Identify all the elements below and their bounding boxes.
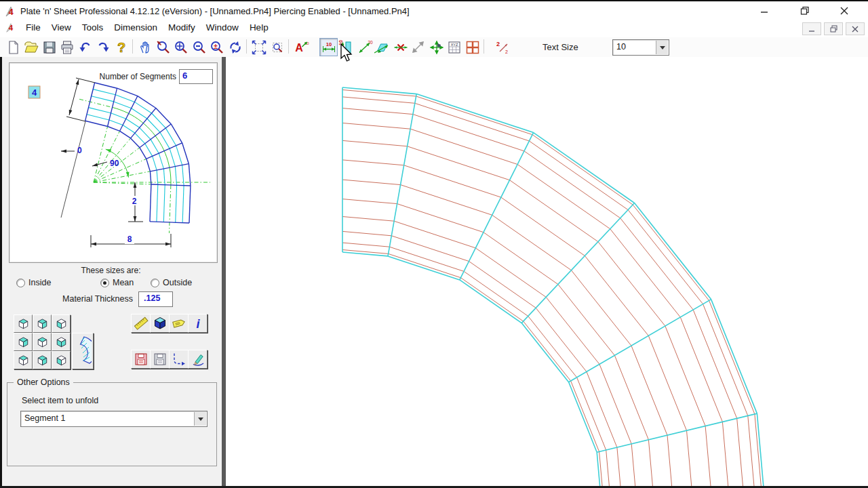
size-option-label-outside: Outside: [163, 278, 192, 287]
coordinates-table-button[interactable]: XYZ: [446, 38, 464, 56]
zoom-selected-button[interactable]: [268, 38, 286, 56]
elbow-shape-button[interactable]: [72, 333, 94, 369]
undo-button[interactable]: [76, 38, 94, 56]
drawing-canvas[interactable]: [226, 57, 868, 486]
dim-run-value[interactable]: 8: [127, 235, 132, 244]
unfold-item-label: Select item to unfold: [22, 396, 98, 405]
mdi-minimize-button[interactable]: [802, 22, 821, 35]
elbow-preview-drawing: 409028: [9, 63, 216, 261]
app-icon: 4: [5, 5, 17, 18]
print-icon: [59, 39, 75, 56]
zoom-previous-button[interactable]: [226, 38, 244, 56]
dimension-diagonal-button[interactable]: 20: [355, 38, 374, 56]
zoom-extents-button[interactable]: [250, 38, 269, 56]
dimension-vertical-button[interactable]: 10: [338, 38, 356, 56]
new-file-icon: [5, 39, 22, 56]
dim-height-value[interactable]: 4: [32, 87, 37, 98]
dim-angle-value[interactable]: 90: [110, 159, 119, 168]
svg-text:XYZ: XYZ: [451, 42, 458, 46]
solid-view-button[interactable]: [150, 314, 170, 333]
pan-button[interactable]: [136, 38, 155, 56]
path-corner-icon: [171, 351, 187, 367]
view-iso-3-button[interactable]: [52, 314, 71, 333]
menu-item-file[interactable]: File: [20, 19, 46, 33]
material-thickness-label: Material Thickness: [34, 294, 133, 304]
size-option-radio-inside[interactable]: [16, 279, 25, 287]
dimension-point-button[interactable]: [391, 38, 410, 56]
info-button[interactable]: i: [188, 314, 208, 333]
zoom-window-icon: [155, 39, 172, 56]
zoom-scale-button[interactable]: ±: [208, 38, 226, 56]
size-option-radio-mean[interactable]: [100, 279, 109, 287]
menu-item-tools[interactable]: Tools: [77, 19, 109, 33]
zoom-window-button[interactable]: [154, 38, 172, 56]
text-size-dropdown-button[interactable]: [656, 41, 668, 54]
dimension-horizontal-icon: 10: [321, 39, 337, 56]
zoom-selected-icon: [269, 39, 285, 56]
redo-button[interactable]: [94, 38, 113, 56]
dimension-angle-button[interactable]: 22: [494, 38, 513, 56]
export-red-button[interactable]: [131, 350, 151, 369]
svg-text:?: ?: [117, 40, 125, 55]
view-iso-7-button[interactable]: [14, 351, 33, 369]
material-thickness-input[interactable]: .125: [138, 291, 173, 307]
svg-text:4: 4: [9, 24, 14, 32]
label-tag-button[interactable]: [169, 314, 189, 333]
save-file-button[interactable]: [40, 38, 58, 56]
mdi-restore-button[interactable]: [824, 22, 843, 35]
view-iso-8-button[interactable]: [33, 351, 52, 369]
menu-item-modify[interactable]: Modify: [163, 19, 201, 33]
text-size-label: Text Size: [542, 42, 578, 52]
text-size-combobox[interactable]: 10: [612, 39, 669, 56]
edit-pencil-icon: [190, 351, 206, 367]
menu-item-view[interactable]: View: [46, 19, 77, 33]
dimension-free-button[interactable]: [410, 38, 428, 56]
dimension-parallel-button[interactable]: [374, 38, 392, 56]
view-iso-9-button[interactable]: [52, 351, 71, 369]
view-iso-1-button[interactable]: [14, 314, 33, 333]
zoom-extents-icon: [251, 39, 267, 56]
open-file-button[interactable]: [22, 38, 41, 56]
zoom-out-button[interactable]: [190, 38, 208, 56]
mdi-close-button[interactable]: [846, 22, 865, 35]
view-iso-5-button[interactable]: [33, 333, 52, 351]
redo-icon: [95, 39, 111, 56]
dimension-angle-icon: 22: [495, 39, 511, 56]
view-iso-4-button[interactable]: [14, 333, 33, 351]
segments-input[interactable]: 6: [179, 69, 213, 84]
unfold-item-combobox[interactable]: Segment 1: [20, 411, 208, 427]
edit-pencil-button[interactable]: [188, 350, 208, 369]
dimension-text-button[interactable]: A20: [292, 38, 311, 56]
viewport-grid-button[interactable]: [463, 38, 481, 56]
minimize-button[interactable]: [753, 4, 776, 18]
measure-ruler-button[interactable]: [131, 314, 151, 333]
undo-icon: [77, 39, 94, 56]
size-option-radio-outside[interactable]: [151, 279, 159, 287]
dimension-move-button[interactable]: [427, 38, 446, 56]
unfold-dropdown-button[interactable]: [194, 412, 206, 426]
toolbar: Text Size 10 ?±A20101020XYZ22: [0, 37, 868, 58]
toolbar-separator: [132, 39, 133, 54]
menu-item-help[interactable]: Help: [244, 19, 274, 33]
print-button[interactable]: [58, 38, 77, 56]
export-gray-button[interactable]: [150, 350, 170, 369]
preview-elbow: [79, 83, 210, 233]
dim-offset-value[interactable]: 0: [77, 146, 82, 155]
view-iso-6-button[interactable]: [52, 333, 71, 351]
menu-item-window[interactable]: Window: [201, 19, 244, 33]
menu-item-dimension[interactable]: Dimension: [108, 19, 163, 33]
dimension-vertical-icon: 10: [338, 39, 355, 56]
zoom-previous-icon: [227, 39, 243, 56]
export-gray-icon: [152, 351, 168, 367]
zoom-scale-icon: ±: [209, 39, 225, 56]
sizes-are-label: These sizes are:: [0, 266, 222, 275]
zoom-all-button[interactable]: [172, 38, 191, 56]
dimension-horizontal-button[interactable]: 10: [319, 38, 338, 56]
view-iso-2-button[interactable]: [33, 314, 52, 333]
new-file-button[interactable]: [4, 38, 22, 56]
close-button[interactable]: [833, 4, 856, 18]
path-corner-button[interactable]: [169, 350, 189, 369]
restore-button[interactable]: [793, 4, 816, 18]
help-button[interactable]: ?: [112, 38, 130, 56]
dim-rise-value[interactable]: 2: [132, 197, 137, 206]
